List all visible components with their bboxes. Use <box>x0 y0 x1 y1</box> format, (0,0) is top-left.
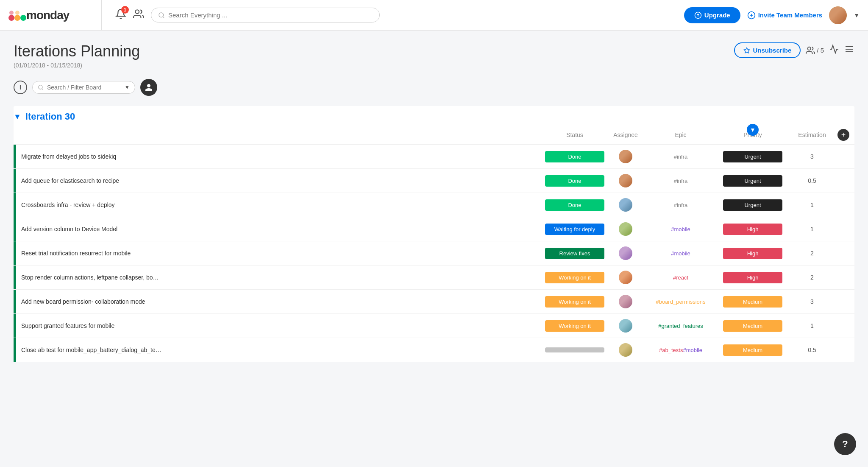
assignee-cell[interactable] <box>609 295 643 308</box>
col-priority[interactable]: ▼ Priority <box>719 131 787 138</box>
assignee-avatar[interactable] <box>619 295 632 308</box>
task-name[interactable]: Migrate from delayed jobs to sidekiq <box>16 153 541 160</box>
upgrade-button[interactable]: Upgrade <box>684 7 740 23</box>
priority-cell[interactable]: Urgent <box>719 199 787 211</box>
assignee-cell[interactable] <box>609 271 643 284</box>
priority-badge[interactable]: Medium <box>723 296 782 308</box>
priority-cell[interactable]: High <box>719 248 787 259</box>
assignee-cell[interactable] <box>609 246 643 260</box>
assignee-cell[interactable] <box>609 150 643 163</box>
table-row[interactable]: Add new board permission- collaboration … <box>14 290 854 314</box>
task-name[interactable]: Crossboards infra - review + deploy <box>16 201 541 208</box>
priority-cell[interactable]: Medium <box>719 320 787 332</box>
epic-cell[interactable]: #mobile <box>643 250 719 257</box>
status-badge[interactable]: Done <box>545 175 604 187</box>
status-cell[interactable] <box>541 347 609 352</box>
status-cell[interactable]: Done <box>541 151 609 162</box>
epic-cell[interactable]: #react <box>643 274 719 281</box>
status-cell[interactable]: Working on it <box>541 296 609 308</box>
assignee-avatar[interactable] <box>619 271 632 284</box>
assignee-cell[interactable] <box>609 174 643 187</box>
invite-button[interactable]: Invite Team Members <box>747 11 822 20</box>
user-menu-arrow[interactable]: ▼ <box>854 12 860 19</box>
assignee-cell[interactable] <box>609 319 643 333</box>
priority-badge[interactable]: High <box>723 224 782 235</box>
status-cell[interactable]: Working on it <box>541 272 609 283</box>
status-badge[interactable]: Working on it <box>545 296 604 308</box>
table-row[interactable]: Migrate from delayed jobs to sidekiq Don… <box>14 145 854 169</box>
status-badge[interactable]: Waiting for deply <box>545 224 604 235</box>
epic-cell[interactable]: #ab_tests #mobile <box>643 347 719 353</box>
status-badge[interactable] <box>545 347 604 352</box>
iteration-toggle[interactable]: ▼ <box>14 112 21 121</box>
priority-cell[interactable]: Medium <box>719 344 787 356</box>
filter-input[interactable] <box>47 84 121 91</box>
priority-cell[interactable]: High <box>719 272 787 283</box>
status-badge[interactable]: Working on it <box>545 272 604 283</box>
task-name[interactable]: Reset trial notification resurrect for m… <box>16 250 541 257</box>
status-cell[interactable]: Review fixes <box>541 248 609 259</box>
assignee-avatar[interactable] <box>619 150 632 163</box>
assignee-cell[interactable] <box>609 343 643 357</box>
assignee-cell[interactable] <box>609 198 643 212</box>
priority-badge[interactable]: High <box>723 272 782 283</box>
assignee-avatar[interactable] <box>619 222 632 236</box>
user-avatar[interactable] <box>829 6 847 24</box>
table-row[interactable]: Stop render column actions, leftpane col… <box>14 266 854 290</box>
team-icon[interactable] <box>133 8 144 22</box>
notifications-button[interactable]: 1 <box>115 8 126 22</box>
task-name[interactable]: Add queue for elasticsearch to recipe <box>16 177 541 184</box>
assignee-avatar[interactable] <box>619 246 632 260</box>
priority-cell[interactable]: Medium <box>719 296 787 308</box>
table-row[interactable]: Reset trial notification resurrect for m… <box>14 241 854 266</box>
assignee-cell[interactable] <box>609 222 643 236</box>
priority-badge[interactable]: Urgent <box>723 199 782 211</box>
priority-sort-indicator[interactable]: ▼ <box>747 124 759 136</box>
status-badge[interactable]: Review fixes <box>545 248 604 259</box>
task-name[interactable]: Close ab test for mobile_app_battery_dia… <box>16 347 541 353</box>
menu-button[interactable] <box>844 44 854 57</box>
epic-cell[interactable]: #board_permissions <box>643 299 719 305</box>
filter-dropdown-arrow[interactable]: ▼ <box>125 84 130 90</box>
search-input[interactable] <box>168 11 373 19</box>
table-row[interactable]: Add queue for elasticsearch to recipe Do… <box>14 169 854 193</box>
task-name[interactable]: Add version column to Device Model <box>16 226 541 232</box>
assignee-avatar[interactable] <box>619 198 632 212</box>
priority-badge[interactable]: Medium <box>723 344 782 356</box>
priority-cell[interactable]: High <box>719 224 787 235</box>
status-cell[interactable]: Working on it <box>541 320 609 332</box>
epic-cell[interactable]: #infra <box>643 202 719 208</box>
priority-badge[interactable]: Urgent <box>723 175 782 187</box>
members-count[interactable]: / 5 <box>806 46 824 55</box>
assignee-avatar[interactable] <box>619 174 632 187</box>
add-column-button[interactable]: + <box>837 129 849 141</box>
priority-badge[interactable]: Urgent <box>723 151 782 162</box>
epic-cell[interactable]: #infra <box>643 154 719 160</box>
assignee-avatar[interactable] <box>619 343 632 357</box>
priority-cell[interactable]: Urgent <box>719 151 787 162</box>
epic-cell[interactable]: #granted_features <box>643 323 719 329</box>
filter-input-wrap[interactable]: ▼ <box>32 81 135 94</box>
status-cell[interactable]: Waiting for deply <box>541 224 609 235</box>
status-cell[interactable]: Done <box>541 199 609 211</box>
activity-button[interactable] <box>829 44 839 57</box>
info-button[interactable]: I <box>14 81 27 94</box>
status-cell[interactable]: Done <box>541 175 609 187</box>
user-filter-button[interactable] <box>140 79 157 96</box>
task-name[interactable]: Add new board permission- collaboration … <box>16 298 541 305</box>
col-add[interactable]: + <box>837 129 854 141</box>
priority-cell[interactable]: Urgent <box>719 175 787 187</box>
status-badge[interactable]: Working on it <box>545 320 604 332</box>
status-badge[interactable]: Done <box>545 199 604 211</box>
status-badge[interactable]: Done <box>545 151 604 162</box>
table-row[interactable]: Add version column to Device Model Waiti… <box>14 217 854 241</box>
task-name[interactable]: Support granted features for mobile <box>16 322 541 329</box>
table-row[interactable]: Crossboards infra - review + deploy Done… <box>14 193 854 217</box>
table-row[interactable]: Close ab test for mobile_app_battery_dia… <box>14 338 854 362</box>
table-row[interactable]: Support granted features for mobile Work… <box>14 314 854 338</box>
unsubscribe-button[interactable]: Unsubscribe <box>734 42 801 58</box>
search-bar[interactable] <box>151 8 380 22</box>
task-name[interactable]: Stop render column actions, leftpane col… <box>16 274 541 281</box>
priority-badge[interactable]: Medium <box>723 320 782 332</box>
assignee-avatar[interactable] <box>619 319 632 333</box>
